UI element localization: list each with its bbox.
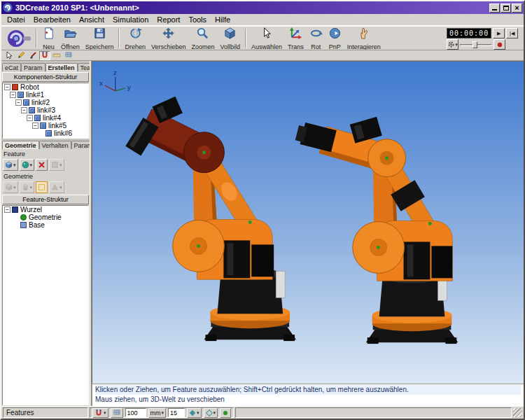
status-filler [235, 407, 512, 418]
tree-item-link3[interactable]: − link#3 [3, 106, 88, 114]
app-logo [3, 28, 34, 49]
feature-more-dropdown[interactable]: ▾ [49, 159, 64, 171]
tree-item-label: link#2 [31, 99, 50, 106]
dropdown-arrow-icon: ▾ [214, 410, 216, 415]
collapse-icon[interactable]: − [32, 122, 38, 129]
grid-tool-button[interactable] [63, 51, 74, 60]
sim-settings-dropdown[interactable]: ▾ [447, 39, 458, 50]
snap-point-dropdown[interactable]: ▾ [187, 408, 202, 418]
tree-item-link6[interactable]: link#6 [3, 130, 88, 137]
geometry-merge-dropdown[interactable]: ▾ [20, 181, 35, 193]
menu-report[interactable]: Report [153, 15, 184, 24]
maximize-button[interactable] [500, 4, 511, 13]
orbit-icon [129, 27, 142, 43]
axis-x-label: x [99, 79, 103, 87]
feature-delete-button[interactable] [36, 159, 48, 171]
cone-icon [51, 183, 59, 191]
collapse-icon[interactable]: − [4, 84, 10, 90]
robot-right[interactable] [295, 117, 458, 344]
geometry-more-dropdown[interactable]: ▾ [49, 181, 64, 193]
collapse-icon[interactable]: − [10, 92, 16, 98]
menu-bearbeiten[interactable]: Bearbeiten [29, 15, 75, 24]
simulation-controls: 00:00:00 ▶ |◀ ▾ [447, 27, 521, 50]
orbit-button[interactable]: Drehen [122, 27, 148, 50]
grid-toggle-button[interactable] [111, 408, 123, 418]
interact-button[interactable]: Interagieren [344, 27, 384, 50]
new-button[interactable]: Neu [39, 27, 58, 50]
menu-hilfe[interactable]: Hilfe [211, 15, 234, 24]
hint-line-2: Maus ziehen, um 3D-Welt zu verschieben [95, 395, 521, 405]
zoom-button[interactable]: Zoomen [188, 27, 217, 50]
menu-simulation[interactable]: Simulation [108, 15, 153, 24]
snap-type-dropdown[interactable]: ▾ [92, 408, 108, 418]
measure-tool-button[interactable] [51, 51, 62, 60]
tree-item-base[interactable]: Base [3, 221, 88, 229]
status-bar: Features ▾ mm ▾ ▾ ▾ [1, 406, 524, 419]
collapse-icon[interactable]: − [4, 206, 10, 213]
axis-y-label: y [127, 83, 131, 91]
close-button[interactable]: × [512, 4, 522, 13]
fullscreen-button[interactable]: Vollbild [218, 27, 244, 50]
tab-verhalten[interactable]: Verhalten [39, 141, 71, 149]
jump-to-start-button[interactable]: |◀ [506, 28, 518, 38]
menu-ansicht[interactable]: Ansicht [75, 15, 108, 24]
save-icon [93, 27, 106, 43]
select-button[interactable]: Auswählen [248, 27, 285, 50]
tree-item-link2[interactable]: − link#2 [3, 99, 88, 106]
viewport-3d[interactable]: z x y [92, 61, 524, 384]
unit-dropdown[interactable]: mm ▾ [148, 408, 167, 418]
tab-geometrie[interactable]: Geometrie [2, 141, 39, 149]
open-button[interactable]: Öffnen [58, 27, 83, 50]
feature-create-dropdown[interactable]: ▾ [3, 159, 18, 171]
translate-button[interactable]: Trans [285, 27, 307, 50]
interact-button-label: Interagieren [347, 43, 381, 50]
grid-size-input[interactable] [125, 408, 146, 417]
brush-tool-button[interactable] [27, 51, 38, 60]
tree-item-wurzel[interactable]: − Wurzel [3, 206, 88, 214]
resize-grip[interactable] [513, 408, 522, 417]
record-icon [496, 41, 503, 48]
collapse-icon[interactable]: − [15, 99, 22, 106]
component-tree: − Robot − link#1 − link#2 − link [2, 83, 89, 139]
pencil-tool-button[interactable] [15, 51, 27, 60]
snap-tool-button[interactable] [39, 51, 50, 60]
open-button-label: Öffnen [61, 43, 80, 50]
tree-item-label: link#6 [54, 130, 72, 137]
collapse-icon[interactable]: − [21, 107, 27, 113]
pan-button[interactable]: Verschieben [148, 27, 189, 50]
tab-erstellen[interactable]: Erstellen [46, 63, 78, 71]
geometry-section-label: Geometrie [1, 172, 90, 180]
pnp-button[interactable]: PnP [326, 27, 344, 50]
pnp-button-label: PnP [329, 43, 341, 50]
angle-step-input[interactable] [168, 408, 185, 417]
menu-datei[interactable]: Datei [3, 15, 29, 24]
tab-ecat[interactable]: eCat [2, 63, 21, 71]
geometry-collapse-button[interactable] [36, 181, 48, 193]
collapse-icon[interactable]: − [27, 115, 33, 121]
tree-item-label: Robot [20, 83, 39, 91]
rotate-button[interactable]: Rot [307, 27, 326, 50]
status-controls: ▾ mm ▾ ▾ ▾ [90, 407, 234, 418]
minimize-button[interactable] [489, 4, 500, 13]
tab-param[interactable]: Param [21, 63, 46, 71]
record-button[interactable] [493, 39, 505, 50]
slider-thumb[interactable] [472, 41, 477, 48]
tree-item-link5[interactable]: − link#5 [3, 122, 88, 130]
snap-direction-dropdown[interactable]: ▾ [204, 408, 218, 418]
tree-item-geometrie[interactable]: Geometrie [3, 214, 88, 221]
tree-item-link4[interactable]: − link#4 [3, 114, 88, 122]
geometry-import-dropdown[interactable]: ▾ [3, 181, 18, 193]
origin-snap-button[interactable] [220, 408, 231, 418]
feature-material-dropdown[interactable]: ▾ [20, 159, 35, 171]
select-tool-button[interactable] [4, 51, 15, 60]
robot-left[interactable] [125, 97, 296, 341]
play-button[interactable]: ▶ [493, 28, 505, 38]
menu-tools[interactable]: Tools [184, 15, 211, 24]
link-icon [34, 115, 41, 121]
title-bar[interactable]: 3DCreate 2010 SP1: <Unbenannt> × [1, 1, 524, 14]
feature-toolbar: ▾ ▾ ▾ [1, 158, 90, 172]
save-button[interactable]: Speichern [83, 27, 117, 50]
sim-speed-slider[interactable] [460, 41, 492, 48]
tree-item-robot[interactable]: − Robot [3, 83, 88, 91]
tree-item-link1[interactable]: − link#1 [3, 91, 88, 99]
